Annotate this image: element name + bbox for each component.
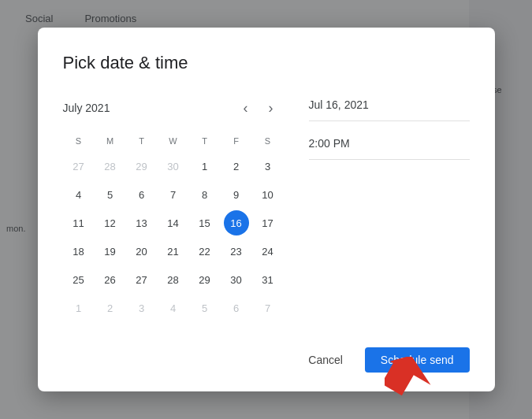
weekday-mon: M — [95, 133, 126, 152]
day-27[interactable]: 27 — [129, 267, 154, 292]
prev-month-button[interactable]: ‹ — [233, 95, 259, 121]
day-29[interactable]: 29 — [192, 267, 218, 292]
calendar-header: July 2021 ‹ › — [63, 95, 284, 121]
calendar-cell: 5 — [189, 294, 221, 322]
calendar-cell: 11 — [63, 209, 95, 237]
day-25[interactable]: 25 — [66, 267, 91, 292]
day-26[interactable]: 26 — [98, 267, 123, 292]
weekday-thu: T — [189, 133, 221, 152]
day-4[interactable]: 4 — [66, 182, 91, 207]
day-3[interactable]: 3 — [255, 154, 281, 179]
day-1[interactable]: 1 — [192, 154, 218, 179]
weekday-tue: T — [126, 133, 158, 152]
calendar-cell: 13 — [126, 209, 158, 237]
calendar-cell: 2 — [221, 152, 252, 180]
day-30[interactable]: 30 — [224, 267, 249, 292]
calendar-cell: 6 — [221, 294, 252, 322]
calendar-cell: 17 — [252, 209, 284, 237]
day-4-other[interactable]: 4 — [161, 295, 186, 321]
weekday-sun: S — [63, 133, 95, 152]
day-20[interactable]: 20 — [129, 239, 154, 264]
day-5[interactable]: 5 — [98, 182, 123, 207]
calendar-cell: 24 — [252, 237, 284, 265]
calendar-cell: 25 — [63, 265, 95, 294]
weekday-wed: W — [158, 133, 189, 152]
modal-backdrop: Pick date & time July 2021 ‹ › S — [0, 0, 532, 419]
day-1-other[interactable]: 1 — [66, 295, 91, 321]
chevron-left-icon: ‹ — [244, 100, 248, 117]
day-18[interactable]: 18 — [66, 239, 91, 264]
day-6[interactable]: 6 — [129, 182, 154, 207]
day-5-other[interactable]: 5 — [192, 295, 218, 321]
calendar-cell: 18 — [63, 237, 95, 265]
day-29-other[interactable]: 29 — [129, 154, 154, 179]
day-19[interactable]: 19 — [98, 239, 123, 264]
day-13[interactable]: 13 — [129, 210, 154, 235]
calendar-week-row-2: 11121314151617 — [63, 209, 284, 237]
day-16[interactable]: 16 — [224, 210, 249, 235]
day-11[interactable]: 11 — [66, 210, 91, 235]
day-7[interactable]: 7 — [161, 182, 186, 207]
calendar-week-row-3: 18192021222324 — [63, 237, 284, 265]
calendar-cell: 3 — [126, 294, 158, 322]
calendar-cell: 27 — [63, 152, 95, 180]
cancel-button[interactable]: Cancel — [292, 347, 359, 373]
day-9[interactable]: 9 — [224, 182, 249, 207]
datetime-panel: Jul 16, 2021 2:00 PM — [309, 95, 470, 160]
calendar-cell: 4 — [63, 180, 95, 209]
calendar-cell: 29 — [189, 265, 221, 294]
calendar-cell: 30 — [158, 152, 189, 180]
calendar-grid: S M T W T F S 27282930123456789101112131… — [63, 133, 284, 322]
calendar-cell: 15 — [189, 209, 221, 237]
calendar-week-row-0: 27282930123 — [63, 152, 284, 180]
day-7-other[interactable]: 7 — [255, 295, 281, 321]
day-31[interactable]: 31 — [255, 267, 281, 292]
calendar-cell: 7 — [252, 294, 284, 322]
day-3-other[interactable]: 3 — [129, 295, 154, 321]
calendar-cell: 4 — [158, 294, 189, 322]
calendar-cell: 2 — [95, 294, 126, 322]
pick-date-time-modal: Pick date & time July 2021 ‹ › S — [38, 28, 495, 391]
calendar-cell: 1 — [189, 152, 221, 180]
day-22[interactable]: 22 — [192, 239, 218, 264]
day-8[interactable]: 8 — [192, 182, 218, 207]
calendar-cell: 23 — [221, 237, 252, 265]
day-12[interactable]: 12 — [98, 210, 123, 235]
calendar-week-row-4: 25262728293031 — [63, 265, 284, 294]
modal-title: Pick date & time — [63, 53, 470, 73]
calendar-cell: 1 — [63, 294, 95, 322]
day-15[interactable]: 15 — [192, 210, 218, 235]
day-27-other[interactable]: 27 — [66, 154, 91, 179]
red-arrow-icon — [385, 357, 432, 396]
calendar: July 2021 ‹ › S M T W — [63, 95, 284, 322]
day-14[interactable]: 14 — [161, 210, 186, 235]
calendar-cell: 7 — [158, 180, 189, 209]
calendar-cell: 31 — [252, 265, 284, 294]
calendar-cell: 9 — [221, 180, 252, 209]
day-28-other[interactable]: 28 — [98, 154, 123, 179]
day-30-other[interactable]: 30 — [161, 154, 186, 179]
selected-date-display[interactable]: Jul 16, 2021 — [309, 98, 470, 121]
day-21[interactable]: 21 — [161, 239, 186, 264]
day-2[interactable]: 2 — [224, 154, 249, 179]
day-6-other[interactable]: 6 — [224, 295, 249, 321]
weekday-header-row: S M T W T F S — [63, 133, 284, 152]
calendar-cell: 28 — [158, 265, 189, 294]
calendar-cell: 27 — [126, 265, 158, 294]
day-28[interactable]: 28 — [161, 267, 186, 292]
calendar-cell: 19 — [95, 237, 126, 265]
calendar-cell: 8 — [189, 180, 221, 209]
day-10[interactable]: 10 — [255, 182, 281, 207]
selected-time-display[interactable]: 2:00 PM — [309, 137, 470, 160]
day-23[interactable]: 23 — [224, 239, 249, 264]
day-2-other[interactable]: 2 — [98, 295, 123, 321]
day-24[interactable]: 24 — [255, 239, 281, 264]
day-17[interactable]: 17 — [255, 210, 281, 235]
calendar-cell: 26 — [95, 265, 126, 294]
calendar-cell: 10 — [252, 180, 284, 209]
calendar-cell: 30 — [221, 265, 252, 294]
calendar-cell: 21 — [158, 237, 189, 265]
chevron-right-icon: › — [269, 100, 273, 117]
next-month-button[interactable]: › — [259, 95, 284, 121]
calendar-cell: 12 — [95, 209, 126, 237]
